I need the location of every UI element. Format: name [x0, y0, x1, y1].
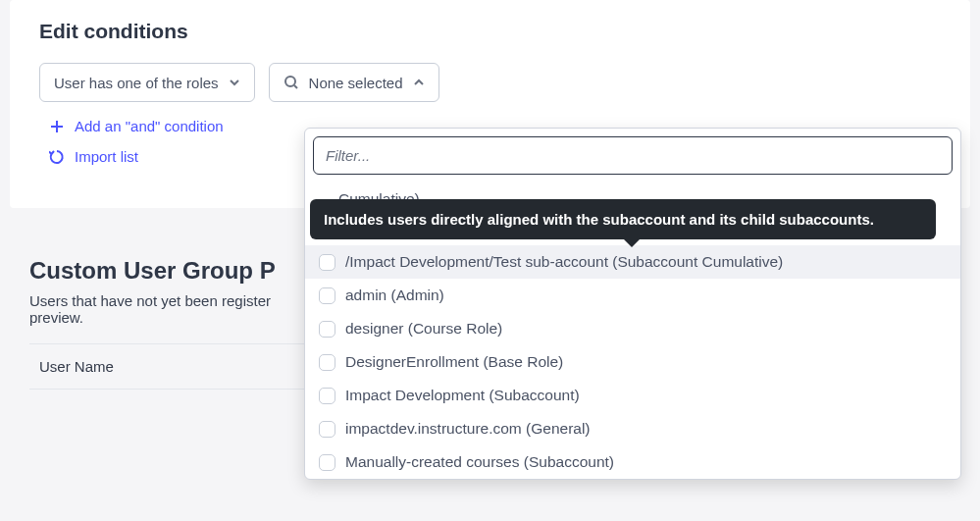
- option-label: Manually-created courses (Subaccount): [345, 453, 947, 471]
- chevron-down-icon: [229, 77, 240, 88]
- list-item[interactable]: admin (Admin): [305, 279, 960, 312]
- option-label: Impact Development (Subaccount): [345, 387, 947, 404]
- option-label: designer (Course Role): [345, 320, 947, 338]
- svg-line-1: [294, 85, 297, 88]
- checkbox[interactable]: [319, 454, 335, 471]
- search-icon: [284, 75, 299, 90]
- filter-input[interactable]: [313, 136, 953, 175]
- tooltip: Includes users directly aligned with the…: [310, 199, 936, 239]
- option-label: /Impact Development/Test sub-account (Su…: [345, 253, 947, 271]
- checkbox[interactable]: [319, 321, 335, 338]
- checkbox[interactable]: [319, 388, 335, 404]
- checkbox[interactable]: [319, 354, 335, 371]
- condition-type-select[interactable]: User has one of the roles: [39, 63, 255, 102]
- controls-row: User has one of the roles None selected: [39, 63, 941, 102]
- checkbox[interactable]: [319, 287, 335, 304]
- role-value-select[interactable]: None selected: [269, 63, 439, 102]
- option-label: admin (Admin): [345, 287, 947, 304]
- list-item[interactable]: impactdev.instructure.com (General): [305, 412, 960, 445]
- list-item[interactable]: Manually-created courses (Subaccount): [305, 445, 960, 479]
- svg-point-0: [285, 77, 295, 86]
- option-label: DesignerEnrollment (Base Role): [345, 353, 947, 371]
- condition-type-label: User has one of the roles: [54, 75, 219, 91]
- page-title: Edit conditions: [39, 20, 941, 43]
- plus-icon: [49, 119, 65, 134]
- import-icon: [49, 149, 65, 165]
- list-item[interactable]: designer (Course Role): [305, 312, 960, 345]
- checkbox[interactable]: [319, 254, 335, 271]
- option-label: impactdev.instructure.com (General): [345, 420, 947, 438]
- tooltip-text: Includes users directly aligned with the…: [324, 211, 874, 228]
- list-item[interactable]: DesignerEnrollment (Base Role): [305, 345, 960, 379]
- checkbox[interactable]: [319, 421, 335, 438]
- list-item[interactable]: /Impact Development/Test sub-account (Su…: [305, 245, 960, 279]
- add-and-label: Add an "and" condition: [75, 118, 224, 134]
- role-value-label: None selected: [309, 75, 403, 91]
- list-item[interactable]: Impact Development (Subaccount): [305, 379, 960, 412]
- role-options-dropdown: Cumulative) /Impact Development/Test sub…: [304, 128, 961, 480]
- chevron-up-icon: [413, 77, 425, 88]
- import-list-label: Import list: [75, 148, 138, 165]
